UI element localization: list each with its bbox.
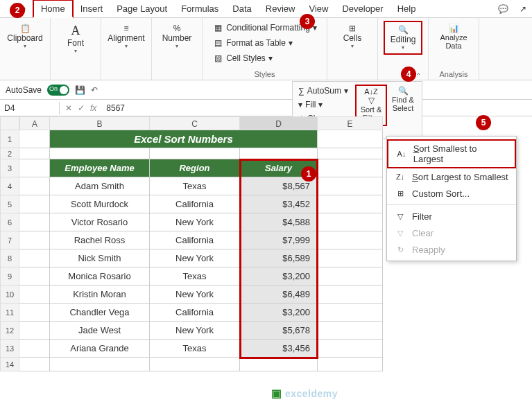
cell[interactable]	[19, 340, 50, 358]
cell-region[interactable]: California	[150, 195, 240, 213]
cell[interactable]	[50, 148, 150, 159]
row-header[interactable]: 9	[0, 267, 19, 286]
cell[interactable]	[19, 130, 50, 148]
name-box[interactable]: D4	[0, 102, 60, 114]
row-header[interactable]: 12	[0, 322, 19, 340]
tab-developer[interactable]: Developer	[335, 1, 390, 17]
fill-button[interactable]: ▾ Fill ▾	[295, 98, 351, 111]
cell[interactable]	[19, 249, 50, 267]
cell-region[interactable]: California	[150, 231, 240, 249]
cell-salary[interactable]: $6,589	[240, 249, 318, 267]
cell-salary[interactable]: $3,452	[240, 195, 318, 213]
cell-region[interactable]: New York	[150, 322, 240, 340]
cell[interactable]	[318, 304, 383, 322]
cell-salary[interactable]: $4,588	[240, 213, 318, 231]
menu-sort-smallest[interactable]: A↓Sort Smallest to Largest	[387, 139, 516, 168]
cell-salary[interactable]: $3,200	[240, 267, 318, 286]
cell[interactable]	[318, 249, 383, 267]
cell-region[interactable]: California	[150, 304, 240, 322]
col-header-B[interactable]: B	[50, 116, 150, 130]
cell-name[interactable]: Kristin Moran	[50, 286, 150, 304]
row-header[interactable]: 4	[0, 177, 19, 195]
cell[interactable]	[318, 358, 383, 371]
cancel-icon[interactable]: ✕	[65, 103, 72, 113]
sheet-title[interactable]: Excel Sort Numbers	[50, 130, 318, 148]
tab-data[interactable]: Data	[225, 1, 258, 17]
col-header-A[interactable]: A	[19, 116, 50, 130]
cell[interactable]	[318, 340, 383, 358]
cells-button[interactable]: ⊞ Cells ▾	[333, 21, 372, 52]
row-header[interactable]: 1	[0, 130, 19, 148]
save-icon[interactable]: 💾	[75, 85, 85, 95]
cell[interactable]	[240, 148, 318, 159]
cell[interactable]	[19, 286, 50, 304]
header-name[interactable]: Employee Name	[50, 159, 150, 177]
fx-icon[interactable]: fx	[90, 103, 96, 113]
share-icon[interactable]: ↗	[514, 1, 532, 17]
menu-custom-sort[interactable]: ⊞Custom Sort...	[387, 185, 516, 202]
cell[interactable]	[19, 322, 50, 340]
cell-salary[interactable]: $3,200	[240, 304, 318, 322]
cell[interactable]	[240, 358, 318, 371]
cell[interactable]	[318, 267, 383, 286]
tab-insert[interactable]: Insert	[74, 1, 110, 17]
row-header[interactable]: 6	[0, 213, 19, 231]
cell[interactable]	[19, 267, 50, 286]
cell[interactable]	[318, 231, 383, 249]
undo-icon[interactable]: ↶	[91, 85, 98, 95]
row-header[interactable]: 3	[0, 159, 19, 177]
header-region[interactable]: Region	[150, 159, 240, 177]
menu-sort-largest[interactable]: Z↓Sort Largest to Smallest	[387, 168, 516, 185]
cell-styles-button[interactable]: ▧Cell Styles ▾	[209, 51, 275, 65]
row-header[interactable]: 11	[0, 304, 19, 322]
cell-name[interactable]: Ariana Grande	[50, 340, 150, 358]
cell[interactable]	[19, 148, 50, 159]
tab-formulas[interactable]: Formulas	[174, 1, 225, 17]
row-header[interactable]: 8	[0, 249, 19, 267]
autosum-button[interactable]: ∑ AutoSum ▾	[295, 85, 351, 97]
col-header-C[interactable]: C	[150, 116, 240, 130]
row-header[interactable]: 13	[0, 340, 19, 358]
row-header[interactable]: 5	[0, 195, 19, 213]
cell[interactable]	[50, 358, 150, 371]
menu-filter[interactable]: ▽Filter	[387, 208, 516, 225]
cell[interactable]	[318, 322, 383, 340]
cell-name[interactable]: Adam Smith	[50, 177, 150, 195]
row-header[interactable]: 10	[0, 286, 19, 304]
cell-salary[interactable]: $7,999	[240, 231, 318, 249]
cell-name[interactable]: Scott Murdock	[50, 195, 150, 213]
format-as-table-button[interactable]: ▤Format as Table ▾	[209, 36, 295, 50]
cell[interactable]	[19, 213, 50, 231]
cell-region[interactable]: New York	[150, 213, 240, 231]
cell[interactable]	[19, 177, 50, 195]
clipboard-button[interactable]: 📋 Clipboard ▾	[6, 21, 44, 52]
row-header[interactable]: 14	[0, 358, 19, 371]
font-button[interactable]: A Font ▾	[56, 21, 95, 57]
cell[interactable]	[19, 159, 50, 177]
row-header[interactable]: 2	[0, 148, 19, 159]
cell[interactable]	[318, 130, 383, 148]
number-button[interactable]: % Number ▾	[157, 21, 196, 52]
comments-icon[interactable]: 💬	[492, 1, 514, 17]
cell[interactable]	[318, 148, 383, 159]
cell[interactable]	[19, 231, 50, 249]
cell-name[interactable]: Jade West	[50, 322, 150, 340]
collapse-ribbon-icon[interactable]: ⌃	[415, 72, 421, 80]
row-header[interactable]: 7	[0, 231, 19, 249]
cell[interactable]	[19, 304, 50, 322]
cell-name[interactable]: Victor Rosario	[50, 213, 150, 231]
col-header-E[interactable]: E	[318, 116, 383, 130]
cell-salary[interactable]: $6,489	[240, 286, 318, 304]
col-header-D[interactable]: D	[240, 116, 318, 130]
cell[interactable]	[19, 358, 50, 371]
cell[interactable]	[318, 177, 383, 195]
enter-icon[interactable]: ✓	[78, 103, 85, 113]
select-all[interactable]	[0, 116, 19, 130]
cell-region[interactable]: Texas	[150, 267, 240, 286]
tab-page-layout[interactable]: Page Layout	[110, 1, 174, 17]
cell[interactable]	[19, 195, 50, 213]
tab-home[interactable]: Home	[33, 0, 74, 18]
tab-review[interactable]: Review	[259, 1, 302, 17]
editing-button[interactable]: 🔍 Editing ▾	[384, 21, 422, 55]
tab-help[interactable]: Help	[391, 1, 423, 17]
